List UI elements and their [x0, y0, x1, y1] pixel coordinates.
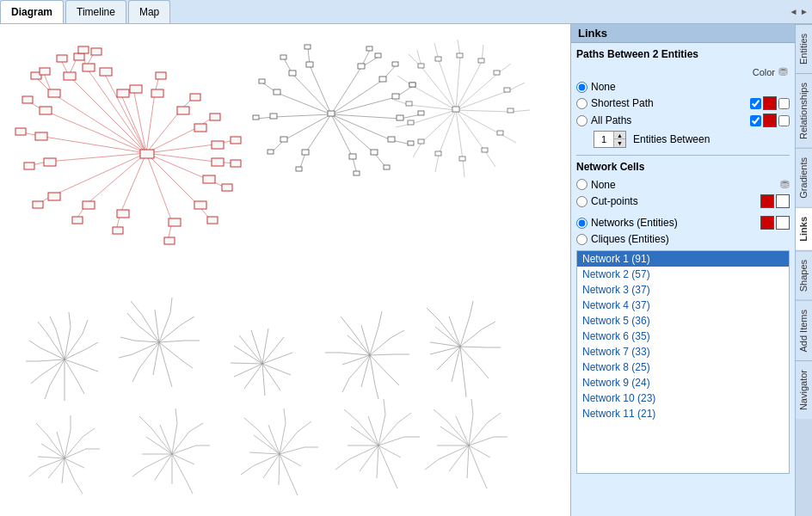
network-list: Network 1 (91)Network 2 (57)Network 3 (3… [576, 250, 790, 474]
svg-line-241 [351, 329, 370, 355]
svg-line-289 [38, 457, 65, 458]
tab-diagram[interactable]: Diagram [0, 0, 64, 23]
svg-rect-115 [349, 154, 356, 159]
network-entities-blank[interactable] [776, 216, 790, 230]
tab-map[interactable]: Map [128, 0, 170, 23]
paths-all-radio[interactable] [576, 115, 587, 126]
network-list-item[interactable]: Network 4 (37) [577, 298, 789, 313]
network-list-item[interactable]: Network 11 (21) [577, 406, 789, 421]
side-tab-entities[interactable]: Entities [796, 24, 812, 73]
entities-between-input[interactable] [594, 134, 613, 144]
diagram-svg [0, 24, 570, 516]
network-cliques-radio[interactable] [576, 234, 587, 245]
side-tab-shapes[interactable]: Shapes [796, 250, 812, 300]
svg-rect-56 [177, 107, 189, 114]
svg-rect-65 [78, 46, 89, 53]
svg-rect-113 [388, 137, 395, 142]
svg-line-197 [69, 312, 71, 327]
svg-line-257 [389, 375, 399, 385]
svg-rect-47 [48, 193, 60, 200]
svg-line-160 [485, 151, 495, 167]
side-tab-add-items[interactable]: Add Items [796, 300, 812, 361]
svg-line-341 [360, 445, 378, 471]
network-list-item[interactable]: Network 6 (35) [577, 329, 789, 344]
side-tab-gradients[interactable]: Gradients [796, 148, 812, 207]
svg-rect-54 [212, 141, 224, 149]
svg-rect-128 [384, 165, 390, 169]
network-list-item[interactable]: Network 1 (91) [577, 251, 789, 267]
svg-line-208 [155, 310, 159, 342]
network-list-item[interactable]: Network 10 (23) [577, 390, 789, 406]
network-cut-color[interactable] [760, 194, 774, 208]
network-entities-color[interactable] [760, 216, 774, 230]
svg-line-14 [146, 144, 215, 153]
svg-line-363 [434, 409, 447, 421]
svg-line-309 [139, 416, 151, 428]
svg-line-140 [456, 74, 497, 110]
svg-rect-133 [259, 79, 265, 83]
funnel-icon[interactable]: ⛃ [778, 65, 788, 78]
svg-line-242 [361, 325, 370, 355]
svg-line-334 [368, 416, 378, 445]
svg-rect-171 [478, 58, 484, 63]
network-list-item[interactable]: Network 5 (36) [577, 313, 789, 329]
paths-none-radio[interactable] [576, 82, 587, 93]
svg-line-325 [249, 452, 280, 454]
svg-line-297 [151, 428, 172, 454]
network-cut-radio[interactable] [576, 196, 587, 207]
paths-shortest-label: Shortest Path [591, 97, 747, 109]
svg-line-219 [131, 301, 142, 315]
paths-all-color[interactable] [763, 114, 777, 127]
svg-line-142 [456, 110, 511, 112]
svg-line-8 [86, 153, 146, 205]
svg-line-245 [370, 354, 394, 355]
spinner-up[interactable]: ▲ [613, 132, 625, 139]
network-list-item[interactable]: Network 8 (25) [577, 359, 789, 375]
svg-rect-57 [151, 89, 163, 97]
side-tab-links[interactable]: Links [796, 207, 812, 250]
svg-line-358 [467, 445, 469, 478]
paths-all-check2[interactable] [778, 115, 790, 126]
network-cut-blank[interactable] [776, 194, 790, 208]
network-none-radio[interactable] [576, 179, 587, 190]
svg-rect-174 [508, 108, 514, 113]
svg-rect-127 [408, 141, 414, 145]
network-list-item[interactable]: Network 2 (57) [577, 267, 789, 282]
svg-line-86 [331, 114, 374, 153]
svg-rect-167 [452, 107, 459, 112]
svg-line-335 [378, 415, 385, 445]
network-entities-radio[interactable] [576, 218, 587, 229]
svg-rect-78 [210, 114, 220, 120]
svg-line-275 [482, 322, 495, 329]
side-tab-navigator[interactable]: Navigator [796, 360, 812, 419]
paths-all-check[interactable] [750, 115, 761, 126]
svg-line-254 [378, 311, 382, 327]
svg-line-193 [38, 359, 65, 361]
svg-line-184 [56, 329, 65, 359]
svg-rect-52 [203, 175, 215, 183]
svg-line-277 [480, 368, 489, 378]
svg-rect-168 [418, 64, 424, 68]
paths-shortest-color[interactable] [763, 96, 777, 110]
network-list-item[interactable]: Network 7 (33) [577, 344, 789, 359]
svg-line-286 [62, 458, 65, 483]
svg-line-282 [65, 437, 83, 458]
network-list-item[interactable]: Network 3 (37) [577, 282, 789, 298]
tab-timeline[interactable]: Timeline [65, 0, 126, 23]
spinner-down[interactable]: ▼ [613, 139, 625, 147]
svg-rect-60 [140, 150, 154, 158]
svg-rect-43 [100, 68, 112, 76]
svg-line-359 [449, 445, 469, 471]
svg-line-88 [305, 114, 331, 153]
network-funnel-icon[interactable]: ⛃ [780, 178, 790, 191]
network-list-item[interactable]: Network 9 (24) [577, 375, 789, 390]
svg-rect-121 [306, 62, 313, 67]
side-tab-relationships[interactable]: Relationships [796, 73, 812, 148]
svg-line-356 [469, 445, 490, 458]
svg-line-141 [456, 91, 508, 110]
svg-line-161 [463, 160, 464, 177]
paths-shortest-check2[interactable] [778, 98, 790, 109]
paths-shortest-check[interactable] [750, 98, 761, 109]
tab-arrows[interactable]: ◄ ► [785, 0, 812, 23]
paths-shortest-radio[interactable] [576, 98, 587, 109]
